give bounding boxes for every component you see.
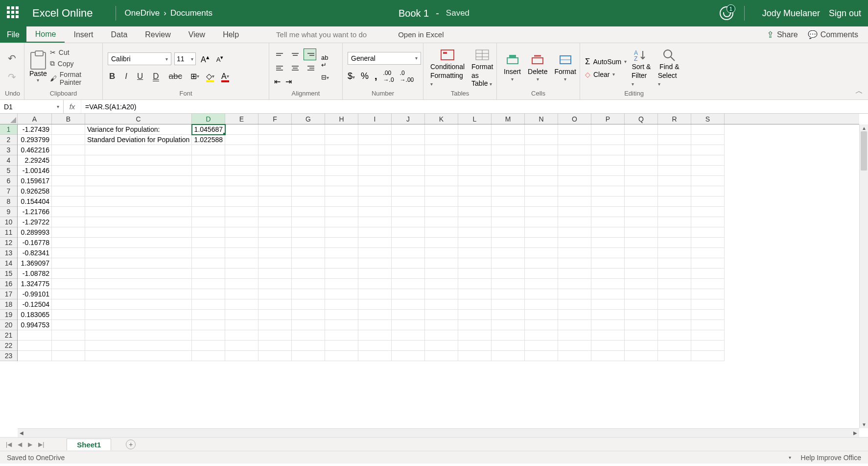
cell-M19[interactable] bbox=[492, 310, 525, 320]
cell-A13[interactable]: -0.82341 bbox=[18, 248, 52, 258]
cell-K23[interactable] bbox=[425, 351, 458, 361]
conditional-formatting-button[interactable]: Conditional Formatting ▾ bbox=[428, 48, 467, 87]
cell-F15[interactable] bbox=[258, 269, 292, 279]
cell-L14[interactable] bbox=[458, 258, 492, 269]
cell-E16[interactable] bbox=[225, 279, 258, 289]
cell-Q8[interactable] bbox=[625, 196, 658, 207]
cell-L18[interactable] bbox=[458, 299, 492, 310]
decrease-indent-button[interactable]: ⇤ bbox=[274, 77, 281, 86]
cell-R12[interactable] bbox=[658, 238, 691, 248]
cell-M8[interactable] bbox=[492, 196, 525, 207]
cell-C3[interactable] bbox=[85, 145, 192, 155]
cell-C6[interactable] bbox=[85, 176, 192, 186]
cell-R1[interactable] bbox=[658, 124, 691, 135]
cell-J1[interactable] bbox=[392, 124, 425, 135]
column-header-F[interactable]: F bbox=[258, 114, 292, 124]
cell-M15[interactable] bbox=[492, 269, 525, 279]
cell-N3[interactable] bbox=[525, 145, 558, 155]
row-header-17[interactable]: 17 bbox=[0, 289, 17, 299]
cell-M12[interactable] bbox=[492, 238, 525, 248]
cell-B2[interactable] bbox=[52, 135, 85, 145]
cell-L20[interactable] bbox=[458, 320, 492, 330]
cell-I2[interactable] bbox=[358, 135, 392, 145]
cell-S18[interactable] bbox=[691, 299, 725, 310]
cell-C2[interactable]: Standard Deviation for Population bbox=[85, 135, 192, 145]
column-header-E[interactable]: E bbox=[225, 114, 258, 124]
cell-G10[interactable] bbox=[292, 217, 325, 227]
cell-O1[interactable] bbox=[558, 124, 591, 135]
cell-N4[interactable] bbox=[525, 155, 558, 166]
increase-font-button[interactable]: A▴ bbox=[199, 52, 211, 65]
status-menu-icon[interactable]: ▾ bbox=[789, 455, 791, 460]
cell-S14[interactable] bbox=[691, 258, 725, 269]
copy-button[interactable]: ⧉Copy bbox=[50, 59, 97, 68]
cell-Q3[interactable] bbox=[625, 145, 658, 155]
cell-J19[interactable] bbox=[392, 310, 425, 320]
autosum-button[interactable]: ΣAutoSum▾ bbox=[585, 57, 627, 67]
cell-R2[interactable] bbox=[658, 135, 691, 145]
cell-K13[interactable] bbox=[425, 248, 458, 258]
cell-B17[interactable] bbox=[52, 289, 85, 299]
cell-S3[interactable] bbox=[691, 145, 725, 155]
cell-P18[interactable] bbox=[591, 299, 625, 310]
cell-G11[interactable] bbox=[292, 227, 325, 238]
tab-help[interactable]: Help bbox=[214, 26, 248, 43]
cell-G12[interactable] bbox=[292, 238, 325, 248]
cell-A16[interactable]: 1.324775 bbox=[18, 279, 52, 289]
cell-D9[interactable] bbox=[192, 207, 225, 217]
sheet-nav-last[interactable]: ▶| bbox=[35, 441, 47, 448]
cell-K7[interactable] bbox=[425, 186, 458, 196]
column-header-H[interactable]: H bbox=[325, 114, 358, 124]
cell-E15[interactable] bbox=[225, 269, 258, 279]
number-format-select[interactable]: General▾ bbox=[348, 52, 421, 65]
cell-K2[interactable] bbox=[425, 135, 458, 145]
cell-B19[interactable] bbox=[52, 310, 85, 320]
cell-F16[interactable] bbox=[258, 279, 292, 289]
cell-D5[interactable] bbox=[192, 166, 225, 176]
cell-G16[interactable] bbox=[292, 279, 325, 289]
cell-D15[interactable] bbox=[192, 269, 225, 279]
cell-C7[interactable] bbox=[85, 186, 192, 196]
cell-F18[interactable] bbox=[258, 299, 292, 310]
cell-G4[interactable] bbox=[292, 155, 325, 166]
row-header-1[interactable]: 1 bbox=[0, 124, 17, 135]
cell-B12[interactable] bbox=[52, 238, 85, 248]
cell-Q18[interactable] bbox=[625, 299, 658, 310]
cell-F12[interactable] bbox=[258, 238, 292, 248]
cell-J11[interactable] bbox=[392, 227, 425, 238]
cell-H23[interactable] bbox=[325, 351, 358, 361]
cell-D17[interactable] bbox=[192, 289, 225, 299]
align-top-right-button[interactable] bbox=[304, 49, 316, 60]
cell-B21[interactable] bbox=[52, 330, 85, 341]
column-header-L[interactable]: L bbox=[458, 114, 492, 124]
cell-G5[interactable] bbox=[292, 166, 325, 176]
sign-out-link[interactable]: Sign out bbox=[829, 8, 861, 19]
cell-P13[interactable] bbox=[591, 248, 625, 258]
cell-C4[interactable] bbox=[85, 155, 192, 166]
column-header-K[interactable]: K bbox=[425, 114, 458, 124]
cell-S12[interactable] bbox=[691, 238, 725, 248]
cell-H14[interactable] bbox=[325, 258, 358, 269]
cell-R9[interactable] bbox=[658, 207, 691, 217]
cell-H2[interactable] bbox=[325, 135, 358, 145]
cell-I4[interactable] bbox=[358, 155, 392, 166]
cell-P8[interactable] bbox=[591, 196, 625, 207]
cell-O10[interactable] bbox=[558, 217, 591, 227]
cell-P6[interactable] bbox=[591, 176, 625, 186]
cell-P2[interactable] bbox=[591, 135, 625, 145]
cell-M2[interactable] bbox=[492, 135, 525, 145]
cell-G1[interactable] bbox=[292, 124, 325, 135]
bold-button[interactable]: B bbox=[108, 71, 117, 82]
select-all-corner[interactable] bbox=[0, 114, 18, 124]
cell-H9[interactable] bbox=[325, 207, 358, 217]
row-header-18[interactable]: 18 bbox=[0, 299, 17, 310]
cell-S22[interactable] bbox=[691, 341, 725, 351]
cell-L12[interactable] bbox=[458, 238, 492, 248]
cell-J15[interactable] bbox=[392, 269, 425, 279]
cell-H12[interactable] bbox=[325, 238, 358, 248]
percent-button[interactable]: % bbox=[361, 71, 369, 81]
cell-Q6[interactable] bbox=[625, 176, 658, 186]
column-header-S[interactable]: S bbox=[691, 114, 725, 124]
row-header-21[interactable]: 21 bbox=[0, 330, 17, 341]
cell-N21[interactable] bbox=[525, 330, 558, 341]
